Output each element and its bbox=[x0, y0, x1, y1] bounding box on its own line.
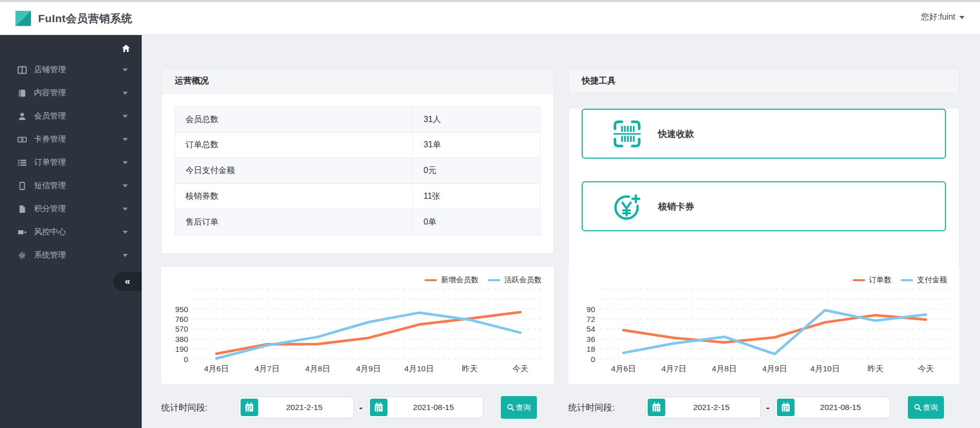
calendar-icon bbox=[781, 402, 791, 413]
svg-text:今天: 今天 bbox=[918, 364, 934, 373]
calendar-button[interactable] bbox=[648, 399, 665, 416]
legend-line-marker bbox=[853, 279, 865, 281]
row-label: 订单总数 bbox=[175, 133, 413, 158]
user-menu[interactable]: 您好:fuint bbox=[921, 0, 965, 35]
chart-members: 新增会员数活跃会员数 01903805707609504月6日4月7日4月8日4… bbox=[161, 267, 554, 384]
sidebar-item-risk[interactable]: 风控中心 bbox=[0, 220, 142, 244]
sidebar-item-order[interactable]: 订单管理 bbox=[0, 151, 142, 174]
window-top-strip bbox=[0, 0, 980, 2]
sidebar-item-content[interactable]: 内容管理 bbox=[0, 81, 142, 105]
row-value: 0单 bbox=[413, 209, 540, 235]
table-row: 今日支付金额 0元 bbox=[175, 158, 540, 184]
calendar-button[interactable] bbox=[777, 399, 795, 416]
row-label: 核销券数 bbox=[175, 184, 413, 209]
start-date-input[interactable]: 2021-2-15 bbox=[239, 397, 354, 418]
svg-text:18: 18 bbox=[586, 345, 595, 353]
legend-item[interactable]: 新增会员数 bbox=[425, 275, 479, 285]
date-filter-right: 统计时间段: 2021-2-15 - bbox=[568, 396, 944, 419]
user-greeting: 您好:fuint bbox=[921, 12, 955, 23]
panel-title: 运营概况 bbox=[175, 75, 209, 87]
row-value: 0元 bbox=[413, 158, 540, 183]
svg-text:0: 0 bbox=[184, 355, 188, 364]
chevron-down-icon bbox=[123, 161, 128, 164]
sidebar-item-system[interactable]: 系统管理 bbox=[0, 244, 142, 267]
date-range-label: 统计时间段: bbox=[568, 402, 617, 414]
svg-text:4月10日: 4月10日 bbox=[404, 364, 434, 373]
sidebar-nav: 店铺管理 内容管理 会员管理 卡券 bbox=[0, 58, 142, 267]
legend-item[interactable]: 活跃会员数 bbox=[488, 275, 542, 285]
end-date-input[interactable]: 2021-08-15 bbox=[368, 397, 483, 418]
search-icon bbox=[914, 403, 922, 412]
panel-body: 会员总数 31人 订单总数 31单 今日支付金额 0元 核销券数 11张 售后订… bbox=[161, 94, 554, 254]
chevron-down-icon bbox=[123, 138, 128, 141]
chevron-down-icon bbox=[123, 115, 128, 118]
tablet-icon bbox=[17, 182, 27, 190]
legend-label: 订单数 bbox=[869, 275, 892, 285]
sidebar-item-member[interactable]: 会员管理 bbox=[0, 105, 142, 128]
panel-title: 快捷工具 bbox=[582, 75, 616, 87]
panel-body: 快速收款 核销卡券 bbox=[568, 109, 959, 269]
table-row: 会员总数 31人 bbox=[175, 107, 540, 133]
svg-text:4月7日: 4月7日 bbox=[255, 364, 279, 373]
home-button[interactable] bbox=[119, 41, 133, 56]
date-range-separator: - bbox=[766, 402, 770, 414]
sidebar-item-points[interactable]: 积分管理 bbox=[0, 197, 142, 220]
svg-text:0: 0 bbox=[591, 355, 595, 364]
svg-text:4月6日: 4月6日 bbox=[611, 364, 636, 373]
svg-text:570: 570 bbox=[175, 324, 188, 333]
sidebar-collapse-button[interactable]: « bbox=[113, 272, 142, 291]
svg-text:4月8日: 4月8日 bbox=[306, 364, 330, 373]
svg-text:54: 54 bbox=[586, 324, 595, 333]
svg-text:4月7日: 4月7日 bbox=[662, 364, 686, 373]
svg-text:90: 90 bbox=[586, 305, 595, 314]
columns-icon bbox=[17, 66, 27, 74]
date-filter-left: 统计时间段: 2021-2-15 - bbox=[161, 396, 537, 419]
table-row: 售后订单 0单 bbox=[175, 209, 540, 235]
table-row: 核销券数 11张 bbox=[175, 184, 540, 210]
start-date-input[interactable]: 2021-2-15 bbox=[646, 397, 761, 418]
svg-text:4月10日: 4月10日 bbox=[810, 364, 840, 373]
legend-item[interactable]: 支付金额 bbox=[901, 275, 947, 285]
list-icon bbox=[17, 159, 27, 167]
start-date-value: 2021-2-15 bbox=[665, 403, 761, 412]
legend-label: 活跃会员数 bbox=[504, 275, 542, 285]
sidebar-item-store[interactable]: 店铺管理 bbox=[0, 58, 142, 81]
sidebar-item-sms[interactable]: 短信管理 bbox=[0, 174, 142, 197]
legend-item[interactable]: 订单数 bbox=[853, 275, 892, 285]
chevron-down-icon bbox=[959, 16, 965, 19]
row-label: 今日支付金额 bbox=[175, 158, 413, 183]
end-date-input[interactable]: 2021-08-15 bbox=[775, 397, 890, 418]
query-button[interactable]: 查询 bbox=[501, 396, 537, 419]
svg-text:昨天: 昨天 bbox=[462, 364, 478, 373]
chart-orders: 订单数支付金额 018365472904月6日4月7日4月8日4月9日4月10日… bbox=[568, 267, 959, 384]
home-icon bbox=[122, 44, 130, 53]
calendar-icon bbox=[244, 402, 255, 413]
row-label: 售后订单 bbox=[175, 209, 413, 235]
row-label: 会员总数 bbox=[175, 107, 413, 132]
calendar-button[interactable] bbox=[241, 399, 258, 416]
svg-text:36: 36 bbox=[586, 335, 595, 344]
legend-line-marker bbox=[901, 279, 913, 281]
chart-legend: 订单数支付金额 bbox=[853, 275, 948, 285]
legend-line-marker bbox=[425, 279, 437, 281]
app-title: FuInt会员营销系统 bbox=[38, 11, 132, 26]
chart-legend: 新增会员数活跃会员数 bbox=[425, 275, 542, 285]
query-button[interactable]: 查询 bbox=[908, 396, 944, 419]
chevron-down-icon bbox=[123, 92, 128, 95]
calendar-button[interactable] bbox=[370, 399, 387, 416]
end-date-value: 2021-08-15 bbox=[387, 403, 483, 412]
row-value: 31人 bbox=[413, 107, 540, 132]
svg-text:190: 190 bbox=[175, 345, 188, 353]
top-bar: FuInt会员营销系统 您好:fuint bbox=[0, 0, 980, 35]
quick-tool-scan-pay[interactable]: 快速收款 bbox=[582, 109, 946, 159]
gear-icon bbox=[17, 251, 27, 260]
app-logo-icon bbox=[15, 11, 31, 26]
chevron-down-icon bbox=[123, 184, 128, 187]
calendar-icon bbox=[651, 402, 662, 413]
svg-text:380: 380 bbox=[175, 335, 188, 344]
calendar-icon bbox=[374, 402, 384, 413]
sidebar-item-coupon[interactable]: 卡券管理 bbox=[0, 128, 142, 151]
svg-text:760: 760 bbox=[175, 315, 188, 323]
svg-text:4月6日: 4月6日 bbox=[204, 364, 229, 373]
quick-tool-verify-coupon[interactable]: 核销卡券 bbox=[582, 181, 946, 231]
